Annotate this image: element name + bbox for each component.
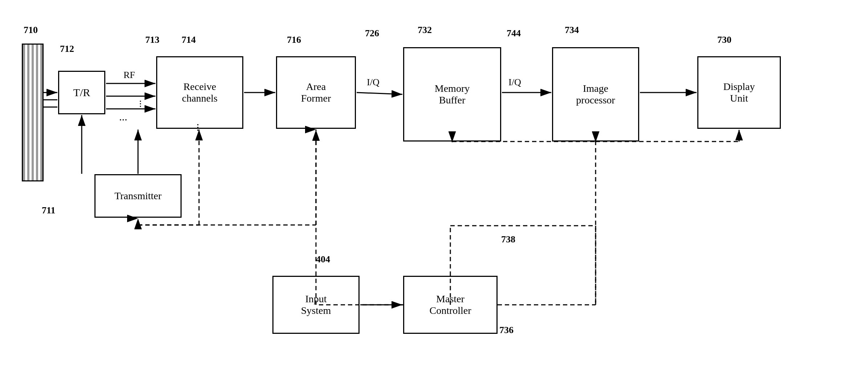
num744: 744 bbox=[507, 28, 521, 38]
label-716: 716 bbox=[287, 34, 301, 45]
label-738: 738 bbox=[501, 234, 515, 245]
iq2-label: I/Q bbox=[508, 77, 521, 87]
diagram: 710 T/R 712 Receive channels ··· 713 714… bbox=[0, 0, 868, 381]
block-input-system: Input System bbox=[272, 276, 360, 334]
block-image-processor: Image processor bbox=[552, 47, 639, 142]
num726: 726 bbox=[365, 28, 379, 38]
transducer-array bbox=[22, 44, 44, 181]
label-736: 736 bbox=[499, 325, 514, 336]
label-730: 730 bbox=[717, 34, 731, 45]
label-732: 732 bbox=[418, 25, 432, 36]
dots-rc: ··· bbox=[134, 100, 146, 108]
block-memory-buffer: Memory Buffer bbox=[403, 47, 501, 142]
label-710: 710 bbox=[24, 25, 38, 36]
label-712: 712 bbox=[60, 44, 74, 54]
label-714: 714 bbox=[182, 34, 196, 45]
block-master-controller: Master Controller bbox=[403, 276, 498, 334]
block-display-unit: Display Unit bbox=[697, 56, 781, 129]
block-area-former: Area Former bbox=[276, 56, 356, 129]
svg-line-9 bbox=[357, 93, 402, 94]
iq1-label: I/Q bbox=[367, 77, 380, 87]
block-tr: T/R bbox=[58, 71, 105, 114]
label-404: 404 bbox=[316, 254, 330, 265]
rf-label: RF bbox=[123, 70, 135, 80]
label-734: 734 bbox=[565, 25, 579, 36]
svg-text:···: ··· bbox=[119, 114, 127, 126]
block-receive-channels: Receive channels bbox=[156, 56, 243, 129]
block-transmitter: Transmitter bbox=[94, 174, 182, 218]
label-711: 711 bbox=[42, 205, 56, 216]
label-713: 713 bbox=[145, 34, 159, 45]
